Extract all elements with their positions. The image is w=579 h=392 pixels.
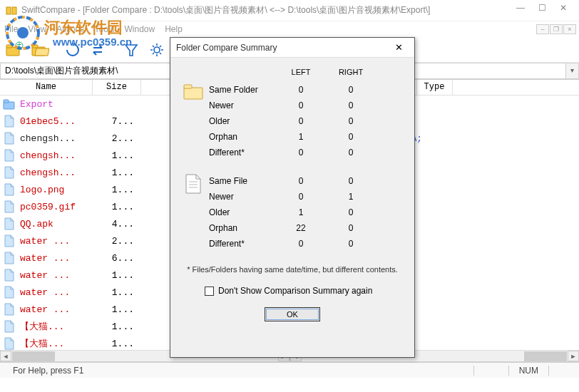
status-help: For Help, press F1 [6,366,91,376]
mdi-close-button[interactable]: × [563,24,576,34]
row-size: 7... [94,116,138,127]
col-size[interactable]: Size [93,80,141,95]
mdi-restore-button[interactable]: ❐ [550,24,563,34]
row-size: 1... [94,321,138,332]
row-name: 【大猫... [20,337,94,350]
file-icon [3,98,16,110]
footnote: * Files/Folders having same date/time, b… [183,264,401,274]
lbl-older-file: Older [209,207,276,217]
dialog-titlebar: Folder Compare Summary ✕ [170,38,414,58]
file-icon [3,234,16,247]
file-icon [3,149,16,162]
summary-dialog: Folder Compare Summary ✕ LEFT RIGHT Same… [170,37,415,358]
row-size: 1... [94,185,138,195]
row-name: 【大猫... [20,320,94,333]
mdi-minimize-button[interactable]: – [536,24,549,34]
file-icon [3,320,16,333]
status-num: NUM [512,366,545,376]
svg-rect-1 [12,7,16,14]
row-name: logo.png [20,185,94,195]
col-right-label: RIGHT [326,68,376,76]
row-size: 1... [94,304,138,315]
left-path-text: D:\tools\桌面\图片音视频素材\ [5,65,118,77]
dialog-close-button[interactable]: ✕ [389,42,409,53]
checkbox-label: Don't Show Comparison Summary again [218,286,372,296]
file-icon [183,173,209,252]
lbl-diff-folder: Different* [209,148,276,158]
file-icon [3,337,16,350]
svg-marker-8 [35,48,49,56]
menu-actions[interactable]: Actions [56,24,84,34]
row-name: water ... [20,270,94,281]
file-icon [3,269,16,282]
dialog-title: Folder Compare Summary [176,43,389,53]
file-icon [3,115,16,128]
file-icon [3,166,16,179]
svg-marker-10 [125,45,137,56]
menu-help[interactable]: Help [165,24,183,34]
row-size: 1... [94,167,138,178]
row-name: water ... [20,253,94,264]
row-size: 6... [94,253,138,264]
row-name: water ... [20,287,94,298]
svg-rect-3 [6,45,12,48]
row-size: 4... [94,219,138,229]
svg-rect-16 [184,88,203,99]
open-button[interactable] [29,39,51,61]
lbl-orphan-folder: Orphan [209,132,276,142]
lbl-same-file: Same File [209,176,276,186]
row-name: QQ.apk [20,219,94,229]
close-button[interactable]: ✕ [553,3,573,19]
file-icon [3,286,16,299]
file-icon [3,252,16,264]
menu-view[interactable]: View [28,24,46,34]
row-size: 1... [94,202,138,212]
row-size: 1... [94,270,138,281]
menu-window[interactable]: Window [125,24,155,34]
lbl-newer-folder: Newer [209,100,276,110]
svg-marker-9 [73,42,76,46]
ok-button[interactable]: OK [265,307,320,321]
settings-button[interactable] [145,39,168,61]
folder-icon [183,82,209,160]
row-name: water ... [20,236,94,247]
file-icon [3,217,16,230]
file-icon [3,183,16,196]
row-size: 1... [94,339,138,349]
swap-button[interactable] [87,39,110,61]
folder-stats: Same Folder00 Newer00 Older00 Orphan10 D… [209,82,401,160]
menubar: File View Actions Tools Window Help – ❐ … [0,21,579,37]
file-icon [3,200,16,213]
checkbox-icon [205,287,214,296]
lbl-newer-file: Newer [209,192,276,202]
col-name[interactable]: Name [0,80,93,95]
svg-point-11 [154,47,160,53]
minimize-button[interactable]: — [511,3,531,19]
row-name: pc0359.gif [20,202,94,212]
row-name: Export [20,99,94,110]
menu-file[interactable]: File [4,24,18,34]
svg-rect-15 [4,100,9,103]
row-type: A; [411,133,443,144]
row-size: 1... [94,150,138,161]
lbl-same-folder: Same Folder [209,85,276,95]
right-path-dropdown[interactable]: ▾ [566,63,579,79]
window-title: SwiftCompare - [Folder Compare : D:\tool… [21,4,511,16]
row-name: water ... [20,304,94,315]
row-name: chengsh... [20,133,94,144]
row-size: 1... [94,287,138,298]
maximize-button[interactable]: ☐ [532,3,552,19]
row-name: chengsh... [20,150,94,161]
refresh-button[interactable] [61,39,84,61]
new-compare-button[interactable]: + [3,39,26,61]
lbl-older-folder: Older [209,116,276,126]
col-left-label: LEFT [276,68,326,76]
lbl-diff-file: Different* [209,239,276,249]
menu-tools[interactable]: Tools [95,24,115,34]
row-size: 2... [94,133,138,144]
file-stats: Same File00 Newer01 Older10 Orphan220 Di… [209,173,401,252]
col-type-r[interactable]: Type [417,80,453,95]
dont-show-checkbox[interactable]: Don't Show Comparison Summary again [205,286,401,296]
titlebar: SwiftCompare - [Folder Compare : D:\tool… [0,0,579,21]
filter-button[interactable] [120,39,143,61]
